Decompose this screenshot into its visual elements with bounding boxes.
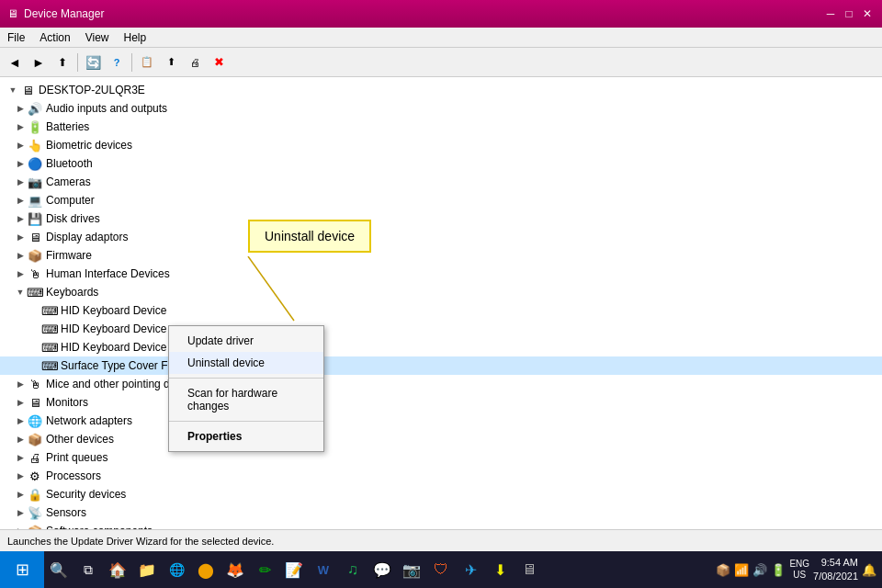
tree-item[interactable]: ▶📡Sensors xyxy=(0,503,882,522)
taskbar-edge[interactable]: 🌐 xyxy=(162,551,191,588)
tree-item[interactable]: ▶🔋Batteries xyxy=(0,118,882,136)
ctx-uninstall-device[interactable]: Uninstall device xyxy=(169,352,323,374)
menu-help[interactable]: Help xyxy=(117,29,154,46)
tree-toggle[interactable]: ▶ xyxy=(15,213,26,224)
tree-item[interactable]: ⌨HID Keyboard Device xyxy=(0,338,882,356)
tree-item-label: Human Interface Devices xyxy=(46,267,170,280)
taskbar-camera[interactable]: 📷 xyxy=(397,551,426,588)
tray-dropbox[interactable]: 📦 xyxy=(716,563,730,577)
ctx-scan-hardware[interactable]: Scan for hardware changes xyxy=(169,382,323,417)
tree-toggle[interactable]: ▶ xyxy=(15,103,26,114)
tree-toggle[interactable]: ▶ xyxy=(15,158,26,169)
ctx-properties[interactable]: Properties xyxy=(169,425,323,447)
tree-item[interactable]: ▶📷Cameras xyxy=(0,173,882,191)
tree-root-toggle[interactable]: ▼ xyxy=(7,85,18,96)
tree-toggle[interactable] xyxy=(29,342,40,353)
taskbar-onenote[interactable]: 📝 xyxy=(279,551,309,588)
tree-toggle[interactable]: ▶ xyxy=(15,121,26,132)
toolbar-update-driver[interactable]: ⬆ xyxy=(160,51,182,74)
tree-toggle[interactable]: ▶ xyxy=(15,176,26,187)
toolbar-up[interactable]: ⬆ xyxy=(51,51,74,74)
tree-item[interactable]: ▶👆Biometric devices xyxy=(0,136,882,154)
tree-item[interactable]: ▶🔵Bluetooth xyxy=(0,154,882,173)
tree-item[interactable]: ▶🔒Security devices xyxy=(0,485,882,503)
taskbar-task-view[interactable]: ⧉ xyxy=(74,551,103,588)
tree-toggle[interactable]: ▶ xyxy=(15,379,26,390)
tray-network[interactable]: 📶 xyxy=(734,563,749,577)
tray-battery[interactable]: 🔋 xyxy=(771,563,786,577)
taskbar-green[interactable]: ✏ xyxy=(250,551,279,588)
close-button[interactable]: ✕ xyxy=(860,6,875,21)
tree-item[interactable]: ▶💻Computer xyxy=(0,191,882,209)
tree-toggle[interactable]: ▶ xyxy=(15,140,26,151)
taskbar-brave[interactable]: 🛡 xyxy=(426,551,456,588)
maximize-button[interactable]: □ xyxy=(842,6,856,21)
tree-toggle[interactable]: ▶ xyxy=(15,452,26,463)
toolbar-uninstall[interactable]: 🖨 xyxy=(184,51,206,74)
start-button[interactable]: ⊞ xyxy=(0,551,44,588)
toolbar-back[interactable]: ◄ xyxy=(4,51,26,74)
tree-toggle[interactable]: ▶ xyxy=(15,195,26,206)
window-title: Device Manager xyxy=(24,7,104,20)
taskbar-search[interactable]: 🔍 xyxy=(44,551,74,588)
toolbar-refresh[interactable]: 🔄 xyxy=(82,51,104,74)
toolbar-help[interactable]: ? xyxy=(106,51,128,74)
toolbar-forward[interactable]: ► xyxy=(28,51,50,74)
tree-toggle[interactable]: ▶ xyxy=(15,415,26,426)
tree-root[interactable]: ▼ 🖥 DESKTOP-2ULQR3E xyxy=(0,81,882,99)
taskbar-telegram[interactable]: ✈ xyxy=(456,551,485,588)
tree-item[interactable]: ▶⚙Processors xyxy=(0,467,882,485)
tree-toggle[interactable] xyxy=(29,360,40,371)
taskbar-spotify[interactable]: ♫ xyxy=(338,551,368,588)
tree-item[interactable]: ▶🔊Audio inputs and outputs xyxy=(0,99,882,118)
taskbar-word[interactable]: W xyxy=(309,551,338,588)
tree-item[interactable]: ▶🖱Mice and other pointing devices xyxy=(0,375,882,393)
tree-item[interactable]: ▶🖨Print queues xyxy=(0,448,882,467)
tree-item[interactable]: ⌨HID Keyboard Device xyxy=(0,301,882,320)
taskbar-teams[interactable]: 💬 xyxy=(368,551,397,588)
tree-toggle[interactable]: ▶ xyxy=(15,268,26,279)
tree-toggle[interactable]: ▶ xyxy=(15,434,26,445)
tray-notification[interactable]: 🔔 xyxy=(862,563,876,577)
tree-toggle[interactable]: ▼ xyxy=(15,287,26,298)
tree-item-icon: 📡 xyxy=(28,505,42,520)
toolbar-properties[interactable]: 📋 xyxy=(136,51,158,74)
tree-item[interactable]: ▶🌐Network adapters xyxy=(0,412,882,430)
tree-item[interactable]: ▶🖥Display adaptors xyxy=(0,228,882,246)
tree-toggle[interactable] xyxy=(29,305,40,316)
menu-file[interactable]: File xyxy=(0,29,32,46)
menu-view[interactable]: View xyxy=(78,29,117,46)
ctx-update-driver[interactable]: Update driver xyxy=(169,330,323,352)
taskbar-firefox[interactable]: 🦊 xyxy=(220,551,250,588)
tree-toggle[interactable]: ▶ xyxy=(15,470,26,481)
toolbar-scan[interactable]: ✖ xyxy=(208,51,230,74)
tree-item[interactable]: ▶📦Other devices xyxy=(0,430,882,448)
clock[interactable]: 9:54 AM 7/08/2021 xyxy=(813,556,858,584)
tree-toggle[interactable]: ▶ xyxy=(15,397,26,408)
tree-view[interactable]: ▼ 🖥 DESKTOP-2ULQR3E ▶🔊Audio inputs and o… xyxy=(0,77,882,551)
tree-item[interactable]: ⌨HID Keyboard Device xyxy=(0,320,882,338)
tree-toggle[interactable]: ▶ xyxy=(15,250,26,261)
tree-item[interactable]: ▼⌨Keyboards xyxy=(0,283,882,301)
tree-toggle[interactable] xyxy=(29,323,40,334)
tree-item-icon: 💾 xyxy=(28,211,42,226)
tree-toggle[interactable]: ▶ xyxy=(15,507,26,518)
menu-action[interactable]: Action xyxy=(32,29,77,46)
tree-item[interactable]: ⌨Surface Type Cover Filter xyxy=(0,356,882,375)
tray-volume[interactable]: 🔊 xyxy=(752,563,767,577)
tree-toggle[interactable]: ▶ xyxy=(15,489,26,500)
taskbar-download[interactable]: ⬇ xyxy=(485,551,514,588)
tree-item[interactable]: ▶💾Disk drives xyxy=(0,209,882,228)
tree-item-icon: 🔋 xyxy=(28,119,42,134)
tree-item[interactable]: ▶🖱Human Interface Devices xyxy=(0,265,882,283)
title-bar-controls: ─ □ ✕ xyxy=(823,6,875,21)
taskbar-device-mgr[interactable]: 🖥 xyxy=(514,551,544,588)
taskbar-widgets[interactable]: 🏠 xyxy=(103,551,132,588)
taskbar-chrome[interactable]: ⬤ xyxy=(191,551,220,588)
tree-item[interactable]: ▶🖥Monitors xyxy=(0,393,882,412)
tree-toggle[interactable]: ▶ xyxy=(15,232,26,243)
tree-item-label: Audio inputs and outputs xyxy=(46,102,167,115)
tree-item[interactable]: ▶📦Firmware xyxy=(0,246,882,265)
taskbar-file-explorer[interactable]: 📁 xyxy=(132,551,162,588)
minimize-button[interactable]: ─ xyxy=(823,6,838,21)
